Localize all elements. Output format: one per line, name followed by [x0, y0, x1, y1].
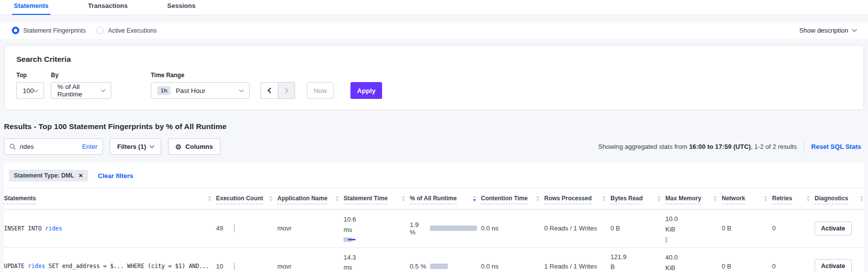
statements-table-card: Statement Type: DML ✕ Clear filters Stat… — [4, 163, 864, 272]
max-memory-cell: 40.0 KiB — [665, 253, 718, 272]
view-toggle-row: Statement Fingerprints Active Executions… — [0, 22, 868, 39]
stats-prefix: Showing aggregated stats from — [598, 143, 689, 150]
aggregated-stats-text: Showing aggregated stats from 16:00 to 1… — [598, 140, 864, 153]
filter-chip-label: Statement Type: DML — [14, 172, 74, 179]
chevron-down-icon — [239, 87, 244, 92]
vertical-divider — [804, 140, 804, 153]
max-memory-bar — [665, 237, 667, 243]
active-filters-row: Statement Type: DML ✕ Clear filters — [4, 169, 864, 187]
filters-button[interactable]: Filters (1) — [110, 138, 161, 155]
execution-count-cell: 49 — [216, 225, 273, 232]
table-name-link: rides — [45, 225, 62, 232]
results-toolbar: Enter Filters (1) ⚙ Columns Showing aggr… — [4, 138, 864, 155]
rows-processed-cell: 1 Reads / 1 Writes — [544, 263, 607, 270]
column-header-contention-time[interactable]: Contention Time — [481, 195, 540, 204]
radio-active-executions-label: Active Executions — [108, 27, 157, 34]
time-range-field: Time Range 1h Past Hour — [151, 72, 250, 99]
pct-runtime-bar — [430, 264, 448, 269]
now-button[interactable]: Now — [307, 82, 334, 99]
time-range-badge: 1h — [157, 86, 171, 95]
bytes-read-cell: 121.9 B — [610, 252, 661, 272]
column-header-max-memory[interactable]: Max Memory — [665, 195, 718, 204]
search-criteria-controls: Top 100 By % of All Runtime Time Range 1… — [16, 72, 852, 99]
column-header-rows-processed[interactable]: Rows Processed — [544, 195, 607, 204]
retries-cell: 0 — [772, 225, 811, 232]
application-name-cell: movr — [277, 225, 340, 232]
clear-filters-link[interactable]: Clear filters — [98, 172, 133, 180]
sort-icon-active-desc — [473, 196, 476, 201]
time-range-value: Past Hour — [175, 87, 205, 94]
radio-statement-fingerprints[interactable]: Statement Fingerprints — [12, 27, 86, 34]
stats-suffix: , 1-2 of 2 results — [751, 143, 797, 150]
radio-statement-fingerprints-label: Statement Fingerprints — [23, 27, 86, 34]
column-header-statements[interactable]: Statements — [4, 195, 212, 204]
stats-time-range: 16:00 to 17:59 (UTC) — [689, 143, 751, 150]
columns-button-label: Columns — [185, 143, 213, 150]
activate-diagnostics-button[interactable]: Activate — [815, 259, 852, 272]
time-range-select[interactable]: 1h Past Hour — [151, 82, 250, 99]
sort-icon — [603, 196, 606, 201]
chevron-down-icon — [852, 27, 857, 32]
tab-transactions[interactable]: Transactions — [86, 0, 130, 15]
column-header-application-name[interactable]: Application Name — [277, 195, 340, 204]
sql-activity-tab-bar: Statements Transactions Sessions — [0, 0, 868, 15]
sort-icon — [807, 196, 810, 201]
radio-selected-icon — [12, 27, 19, 34]
contention-time-cell: 0.0 ns — [481, 225, 540, 232]
bytes-read-cell: 0 B — [610, 225, 661, 232]
column-header-bytes-read[interactable]: Bytes Read — [610, 195, 661, 204]
pct-runtime-bar — [430, 226, 477, 231]
column-header-diagnostics[interactable]: Diagnostics — [815, 195, 864, 204]
previous-interval-button[interactable] — [260, 82, 278, 99]
statement-time-cell: 14.3 ms — [344, 253, 406, 272]
sort-icon — [657, 196, 660, 201]
search-enter-button[interactable]: Enter — [82, 143, 97, 150]
radio-active-executions[interactable]: Active Executions — [96, 27, 157, 34]
by-select[interactable]: % of All Runtime — [51, 82, 111, 99]
top-select-value: 100 — [23, 87, 34, 94]
sort-icon — [714, 196, 717, 201]
tab-statements[interactable]: Statements — [12, 0, 50, 15]
rows-processed-cell: 0 Reads / 1 Writes — [544, 225, 607, 232]
table-header-row: Statements Execution Count Application N… — [4, 187, 864, 210]
statement-time-bar — [344, 237, 406, 242]
statement-row-insert-rides: INSERT INTO rides 49 movr 10.6 ms 1.9 % … — [4, 210, 864, 248]
reset-sql-stats-link[interactable]: Reset SQL Stats — [811, 143, 861, 150]
sort-icon — [208, 196, 211, 201]
search-criteria-card: Search Criteria Top 100 By % of All Runt… — [4, 45, 864, 110]
top-label: Top — [16, 72, 44, 79]
sort-icon — [860, 196, 863, 201]
diagnostics-cell: Activate — [815, 259, 864, 272]
search-input[interactable] — [20, 143, 82, 150]
statement-fingerprint-link[interactable]: UPDATE rides SET end_address = $... WHER… — [4, 261, 212, 271]
chevron-down-icon — [149, 143, 154, 148]
columns-button[interactable]: ⚙ Columns — [168, 138, 220, 155]
show-description-label: Show description — [799, 27, 848, 34]
radio-unselected-icon — [96, 27, 104, 34]
column-header-retries[interactable]: Retries — [772, 195, 811, 204]
activate-diagnostics-button[interactable]: Activate — [815, 222, 852, 235]
sort-icon — [336, 196, 339, 201]
sort-icon — [402, 196, 405, 201]
top-field: Top 100 — [16, 72, 44, 99]
chevron-down-icon — [34, 87, 39, 92]
tab-sessions[interactable]: Sessions — [165, 0, 197, 15]
filters-button-label: Filters (1) — [117, 143, 146, 150]
column-header-statement-time[interactable]: Statement Time — [344, 195, 406, 204]
results-heading: Results - Top 100 Statement Fingerprints… — [4, 122, 864, 131]
column-header-network[interactable]: Network — [722, 195, 768, 204]
next-interval-button[interactable] — [278, 82, 295, 99]
sort-icon — [536, 196, 539, 201]
remove-filter-icon[interactable]: ✕ — [79, 173, 83, 179]
sort-icon — [269, 196, 272, 201]
time-range-label: Time Range — [151, 72, 250, 79]
column-header-execution-count[interactable]: Execution Count — [216, 195, 273, 204]
apply-button[interactable]: Apply — [350, 82, 382, 99]
column-header-pct-of-all-runtime[interactable]: % of All Runtime — [410, 195, 477, 204]
diagnostics-cell: Activate — [815, 222, 864, 235]
top-select[interactable]: 100 — [16, 82, 44, 99]
network-cell: 0 B — [722, 263, 768, 270]
statement-fingerprint-link[interactable]: INSERT INTO rides — [4, 224, 212, 233]
show-description-toggle[interactable]: Show description — [799, 27, 856, 34]
by-field: By % of All Runtime — [51, 72, 111, 99]
